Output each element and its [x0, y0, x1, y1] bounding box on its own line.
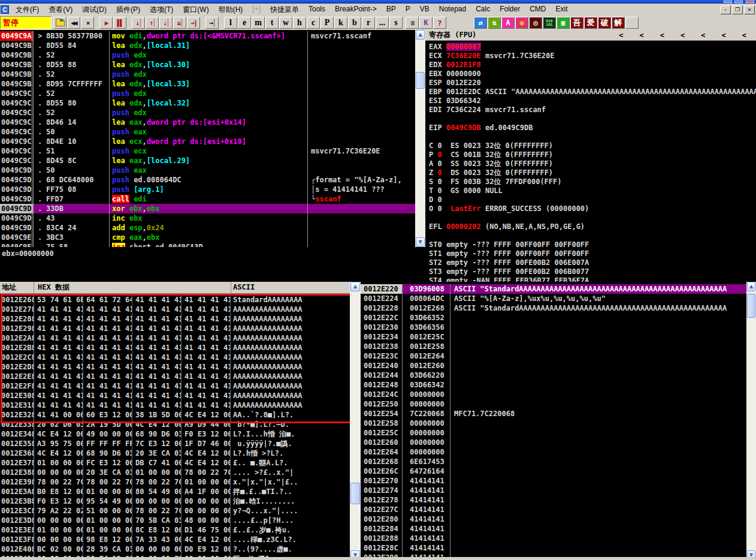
- stack-row[interactable]: 0012E27841414141: [361, 495, 746, 505]
- disasm-row[interactable]: 0049C9CC.51push ecxmsvcr71.7C36E20E: [0, 146, 415, 156]
- view-handles-button[interactable]: h: [293, 17, 306, 29]
- register-line[interactable]: T 0 GS 0000 NULL: [429, 186, 756, 195]
- menu-options[interactable]: 选项(T): [145, 4, 178, 16]
- help-button[interactable]: ?: [433, 17, 446, 29]
- register-line[interactable]: ST0 empty -??? FFFF 00FF00FF 00FF00FF: [429, 240, 756, 249]
- register-line[interactable]: EDI 7C36C224 msvcr71.sscanf: [429, 106, 756, 115]
- view-executables-button[interactable]: e: [238, 17, 251, 29]
- mdi-close-button[interactable]: ×: [744, 5, 755, 14]
- disasm-row[interactable]: 0049C9B6.8D55 88lea edx,[local.30]: [0, 60, 415, 70]
- disasm-row[interactable]: 0049C9E3..75 58jnz short ed.0049CA3D: [0, 242, 415, 247]
- register-line[interactable]: EBP 0012E2DC ASCII "AAAAAAAAAAAAAAAAAAAA…: [429, 88, 756, 97]
- view-memory-button[interactable]: m: [252, 17, 265, 29]
- stack-row[interactable]: 0012E22003D96008ASCII "StandardAAAAAAAAA…: [361, 284, 746, 294]
- scroll-thumb[interactable]: [747, 294, 755, 318]
- stack-row[interactable]: 0012E27041414141: [361, 476, 746, 486]
- disasm-row[interactable]: 0049C9BA.8D95 7CFFFFFFlea edx,[local.33]: [0, 79, 415, 89]
- window-k-button[interactable]: K: [419, 17, 433, 29]
- menu-bp[interactable]: BP: [382, 4, 401, 16]
- plugin-binary-icon[interactable]: 010101: [543, 17, 556, 29]
- pause-button[interactable]: ▌▌: [113, 17, 126, 29]
- dump-row[interactable]: 0012E30841 41 41 4141 41 41 4141 41 41 4…: [0, 391, 350, 401]
- disasm-row[interactable]: 0049C9D6.FF75 08push [arg.1]│s = 4141414…: [0, 185, 415, 194]
- dump-row[interactable]: 0012E28841 41 41 4141 41 41 4141 41 41 4…: [0, 314, 350, 324]
- collapse-arrow-icon[interactable]: <: [722, 31, 726, 40]
- scroll-up-icon[interactable]: ▲: [350, 282, 360, 291]
- disasm-row[interactable]: 0049C9DB.33DBxor ebx,ebx: [0, 204, 415, 213]
- disasm-row[interactable]: 0049C9CD.8D45 8Clea eax,[local.29]: [0, 156, 415, 165]
- disasm-row[interactable]: 0049C9C1.8D55 80lea edx,[local.32]: [0, 98, 415, 108]
- disasm-row[interactable]: 0049C9E1.3BC3cmp eax,ebx: [0, 233, 415, 242]
- menu-debug[interactable]: 调试(D): [77, 4, 111, 16]
- plugin-target-icon[interactable]: ◎: [529, 17, 542, 29]
- register-line[interactable]: ST3 empty -??? FFFF 00FE00B2 006B0077: [429, 267, 756, 276]
- register-line[interactable]: P 0 CS 001B 32位 0(FFFFFFFF): [429, 150, 756, 159]
- menu-help[interactable]: 帮助(H): [214, 4, 248, 16]
- plugin-updown-icon[interactable]: ⇅: [488, 17, 501, 29]
- disasm-row[interactable]: 0049C9B2.8D55 84lea edx,[local.31]: [0, 41, 415, 50]
- stack-row[interactable]: 0012E28C41414141: [361, 543, 746, 553]
- disasm-row[interactable]: 0049C9DE.83C4 24add esp,0x24: [0, 223, 415, 233]
- register-line[interactable]: ST1 empty -??? FFFF 00FF00FF 00FF00FF: [429, 249, 756, 258]
- register-line[interactable]: [429, 133, 756, 141]
- window-maximize-fragment[interactable]: [734, 1, 743, 3]
- dump-row[interactable]: 0012E358A3 95 75 00FF FF FF FF7C E3 12 0…: [0, 439, 350, 448]
- register-line[interactable]: EIP 0049C9DB ed.0049C9DB: [429, 124, 756, 133]
- menu-p[interactable]: P: [401, 4, 415, 16]
- 52pojie-ai-button[interactable]: 爱: [584, 17, 597, 29]
- collapse-arrow-icon[interactable]: <: [660, 31, 664, 40]
- dump-row[interactable]: 0012E2C841 41 41 4141 41 41 4141 41 41 4…: [0, 353, 350, 362]
- register-line[interactable]: [429, 231, 756, 240]
- stack-row[interactable]: 0012E2686E617453: [361, 457, 746, 466]
- close-button[interactable]: ×: [81, 17, 94, 29]
- register-line[interactable]: ST4 empty -NAN FFFF FFB36B77 FFB36E7A: [429, 276, 756, 282]
- menu-calc[interactable]: Calc: [471, 4, 495, 16]
- disasm-row[interactable]: 0049C9B5.52push edx: [0, 50, 415, 60]
- menu-exit[interactable]: Exit: [551, 4, 573, 16]
- stack-row[interactable]: 0012E2400012E260: [361, 361, 746, 371]
- dump-row[interactable]: 0012E32841 41 00 0060 E3 12 0038 1B 5D 0…: [0, 410, 350, 420]
- menu-window[interactable]: 窗口(W): [178, 4, 213, 16]
- hex-dump-pane[interactable]: 地址 HEX 数据 ASCII 0012E26853 74 61 6E64 61…: [0, 282, 361, 560]
- plugin-window-icon[interactable]: ▣: [557, 17, 570, 29]
- menu-folder[interactable]: Folder: [495, 4, 525, 16]
- stack-row[interactable]: 0012E23003D66356: [361, 323, 746, 332]
- stack-row[interactable]: 0012E28041414141: [361, 514, 746, 524]
- plugin-a-icon[interactable]: A: [501, 17, 515, 29]
- trace-into-button[interactable]: ⇣┆: [159, 17, 173, 29]
- disasm-row[interactable]: 0049C9AC>8B3D 58377B00mov edi,dword ptr …: [0, 31, 415, 41]
- dump-row[interactable]: 0012E3B8F0 E3 12 0095 54 49 0000 00 00 0…: [0, 496, 350, 506]
- menu-notepad[interactable]: Notepad: [434, 4, 471, 16]
- register-line[interactable]: C 0 ES 0023 32位 0(FFFFFFFF): [429, 141, 756, 150]
- disassembly-pane[interactable]: 0049C9AC>8B3D 58377B00mov edi,dword ptr …: [0, 30, 425, 247]
- dump-row[interactable]: 0012E26853 74 61 6E64 61 72 6441 41 41 4…: [0, 295, 350, 305]
- stack-row[interactable]: 0012E26000000000: [361, 438, 746, 447]
- stack-scrollbar[interactable]: ▲▼: [746, 282, 756, 560]
- menu-vb[interactable]: VB: [415, 4, 434, 16]
- disasm-row[interactable]: 0049C9D1.68 DC648000push ed.008064DC┌for…: [0, 175, 415, 185]
- collapse-arrow-icon[interactable]: <: [681, 31, 685, 40]
- menu-breakpoint[interactable]: BreakPoint->: [330, 4, 382, 16]
- dump-row[interactable]: 0012E2B841 41 41 4141 41 41 4141 41 41 4…: [0, 343, 350, 353]
- menu-file[interactable]: 文件(F): [11, 4, 44, 16]
- 52pojie-po-button[interactable]: 破: [598, 17, 611, 29]
- scroll-thumb[interactable]: [416, 72, 425, 89]
- view-references-button[interactable]: r: [362, 17, 375, 29]
- menu-plugins[interactable]: 插件(P): [111, 4, 145, 16]
- step-into-button[interactable]: ↓┆: [132, 17, 145, 29]
- stack-row[interactable]: 0012E28841414141: [361, 534, 746, 543]
- disasm-row[interactable]: 0049C9B9.52push edx: [0, 70, 415, 79]
- plugin-dot-icon[interactable]: ●: [515, 17, 528, 29]
- dump-row[interactable]: 0012E3A8B0 E8 12 0001 00 00 0080 54 49 0…: [0, 487, 350, 496]
- mdi-restore-button[interactable]: ❐: [732, 5, 743, 14]
- register-line[interactable]: Z 0 DS 0023 32位 0(FFFFFFFF): [429, 168, 756, 177]
- stack-row[interactable]: 0012E2340012E25C: [361, 332, 746, 342]
- menu-quick[interactable]: 快捷菜单: [265, 4, 304, 16]
- stack-row[interactable]: 0012E23C0012E264: [361, 351, 746, 361]
- dump-row[interactable]: 0012E408BC 02 00 0028 39 CA 0300 00 00 0…: [0, 544, 350, 554]
- blank-button[interactable]: [625, 17, 639, 29]
- dump-row[interactable]: 0012E2D841 41 41 4141 41 41 4141 41 41 4…: [0, 362, 350, 372]
- view-patches-button[interactable]: P: [320, 17, 334, 29]
- stack-row[interactable]: 0012E25C00000000: [361, 428, 746, 438]
- registers-pane[interactable]: 寄存器 (FPU) <<<<<<< EAX 00000007ECX 7C36E2…: [425, 30, 756, 282]
